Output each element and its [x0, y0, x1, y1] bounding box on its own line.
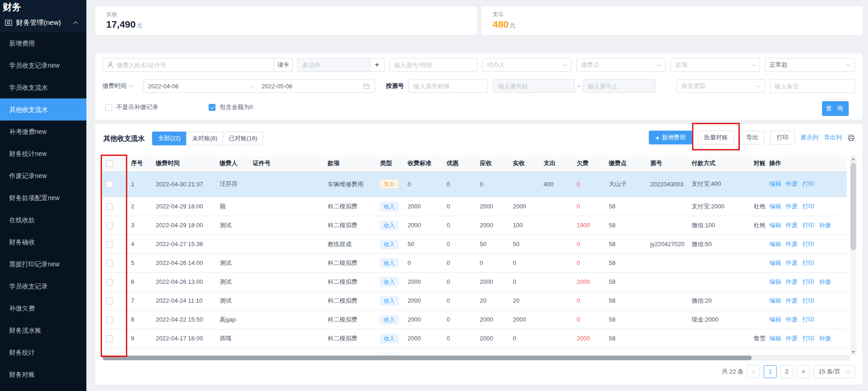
- tab-全部(22)[interactable]: 全部(22): [152, 132, 187, 145]
- row-checkbox[interactable]: [106, 279, 113, 286]
- pagination-next-button[interactable]: >: [797, 365, 810, 378]
- ticket-prefix-input[interactable]: [408, 79, 488, 93]
- row-action-作废[interactable]: 作废: [786, 203, 798, 210]
- operator-select[interactable]: 经办人: [482, 58, 572, 72]
- ticket-end-input[interactable]: [583, 79, 655, 93]
- pagination-page-2[interactable]: 2: [780, 365, 793, 378]
- row-checkbox[interactable]: [106, 181, 113, 188]
- row-action-打印[interactable]: 打印: [802, 316, 814, 323]
- date-range-input[interactable]: 2022-04-06 → 2022-05-06: [143, 79, 375, 93]
- ticket-start-input[interactable]: [493, 79, 575, 93]
- sidebar-item[interactable]: 在线收款: [0, 209, 86, 231]
- io-type-select[interactable]: 收支类型: [676, 79, 765, 93]
- row-action-作废[interactable]: 作废: [786, 335, 798, 342]
- row-action-作废[interactable]: 作废: [786, 259, 798, 266]
- sidebar-item[interactable]: 作废记录new: [0, 165, 86, 187]
- hide-makeup-checkbox[interactable]: [105, 104, 112, 111]
- row-action-作废[interactable]: 作废: [786, 297, 798, 304]
- tab-已对账(16)[interactable]: 已对账(16): [223, 132, 263, 145]
- row-action-打印[interactable]: 打印: [802, 203, 814, 210]
- show-columns-link[interactable]: 展示列: [800, 133, 818, 142]
- pagination-page-1[interactable]: 1: [764, 365, 777, 378]
- vertical-scrollbar[interactable]: [850, 155, 857, 355]
- row-checkbox[interactable]: [106, 335, 113, 342]
- row-action-打印[interactable]: 打印: [802, 259, 814, 266]
- row-action-编辑[interactable]: 编辑: [769, 241, 781, 247]
- sidebar-item[interactable]: 学员收支记录: [0, 275, 86, 297]
- scroll-up-icon[interactable]: [850, 155, 857, 162]
- sidebar-item[interactable]: 其他收支流水: [0, 98, 86, 121]
- tab-未对账(6)[interactable]: 未对账(6): [186, 132, 223, 145]
- row-action-打印[interactable]: 打印: [802, 335, 814, 342]
- row-action-打印[interactable]: 打印: [802, 180, 814, 187]
- include-zero-checkbox-row[interactable]: 包含金额为0: [209, 103, 253, 111]
- sidebar-item[interactable]: 财务流水账: [0, 319, 86, 341]
- time-type-select[interactable]: 缴费时间: [102, 82, 143, 90]
- page-size-select[interactable]: 15 条/页: [813, 365, 855, 378]
- horizontal-scrollbar[interactable]: [102, 355, 850, 361]
- row-action-编辑[interactable]: 编辑: [769, 278, 781, 285]
- row-action-编辑[interactable]: 编辑: [769, 297, 781, 304]
- row-action-编辑[interactable]: 编辑: [769, 180, 781, 187]
- printer-icon[interactable]: [847, 134, 855, 142]
- sidebar-group-finance-management[interactable]: 财务管理(new): [0, 14, 86, 31]
- row-checkbox[interactable]: [106, 241, 113, 248]
- sidebar-item[interactable]: 新增费用: [0, 32, 86, 54]
- row-action-作废[interactable]: 作废: [786, 180, 798, 187]
- row-action-编辑[interactable]: 编辑: [769, 259, 781, 266]
- row-action-编辑[interactable]: 编辑: [769, 203, 781, 210]
- row-action-补缴[interactable]: 补缴: [819, 278, 831, 285]
- sidebar-item[interactable]: 补缴欠费: [0, 297, 86, 319]
- row-action-打印[interactable]: 打印: [802, 222, 814, 229]
- row-action-作废[interactable]: 作废: [786, 241, 798, 247]
- row-checkbox[interactable]: [106, 298, 113, 305]
- sidebar-item[interactable]: 学员收支记录new: [0, 54, 86, 76]
- search-button[interactable]: 查 询: [822, 101, 849, 116]
- vertical-scrollbar-thumb[interactable]: [851, 163, 856, 250]
- row-checkbox[interactable]: [106, 316, 113, 323]
- add-fee-button[interactable]: + 新增费用: [649, 131, 692, 144]
- export-columns-link[interactable]: 导出列: [824, 133, 842, 142]
- row-action-编辑[interactable]: 编辑: [769, 222, 781, 229]
- add-cert-button[interactable]: +: [370, 58, 385, 72]
- ticket-detail-input[interactable]: [389, 58, 477, 72]
- sidebar-item[interactable]: 补考缴费new: [0, 121, 86, 143]
- horizontal-scrollbar-thumb[interactable]: [102, 356, 752, 360]
- hide-makeup-checkbox-row[interactable]: 不显示补缴记录: [105, 103, 158, 111]
- row-action-编辑[interactable]: 编辑: [769, 316, 781, 323]
- sidebar-item[interactable]: 财务款项配置new: [0, 187, 86, 209]
- row-action-补缴[interactable]: 补缴: [819, 222, 831, 229]
- scroll-down-icon[interactable]: [850, 349, 857, 355]
- export-button[interactable]: 导出: [740, 131, 765, 144]
- row-action-打印[interactable]: 打印: [802, 241, 814, 247]
- select-all-checkbox[interactable]: [106, 160, 113, 167]
- multi-cert-input[interactable]: [297, 58, 370, 72]
- row-checkbox[interactable]: [106, 260, 113, 267]
- row-action-作废[interactable]: 作废: [786, 222, 798, 229]
- read-card-button[interactable]: 读卡: [274, 58, 293, 72]
- sidebar-item[interactable]: 学员收支流水: [0, 76, 86, 98]
- sidebar-item[interactable]: 财务对账: [0, 363, 86, 385]
- fund-type-select[interactable]: 正常款: [765, 58, 855, 72]
- sidebar-item[interactable]: 票据打印记录new: [0, 253, 86, 275]
- remark-input[interactable]: [770, 79, 855, 93]
- sidebar-item[interactable]: 财务统计new: [0, 143, 86, 165]
- payer-search-input[interactable]: [102, 58, 274, 72]
- row-checkbox[interactable]: [106, 203, 113, 210]
- sidebar-item[interactable]: 财务统计: [0, 341, 86, 363]
- row-action-作废[interactable]: 作废: [786, 278, 798, 285]
- stat-card-received: 实收 17,490元: [95, 6, 477, 35]
- row-action-补缴[interactable]: 补缴: [819, 335, 831, 342]
- pagination-prev-button[interactable]: <: [747, 365, 760, 378]
- row-action-打印[interactable]: 打印: [802, 278, 814, 285]
- sidebar-item[interactable]: 财务确收: [0, 231, 86, 253]
- include-zero-checkbox[interactable]: [209, 104, 216, 111]
- row-action-打印[interactable]: 打印: [802, 297, 814, 304]
- print-button[interactable]: 打印: [770, 131, 795, 144]
- pay-point-select[interactable]: 缴费点: [576, 58, 666, 72]
- row-checkbox[interactable]: [106, 222, 113, 229]
- item-select[interactable]: 款项: [670, 58, 760, 72]
- row-action-编辑[interactable]: 编辑: [769, 335, 781, 342]
- batch-reconcile-button[interactable]: 批量对账: [698, 131, 734, 144]
- row-action-作废[interactable]: 作废: [786, 316, 798, 323]
